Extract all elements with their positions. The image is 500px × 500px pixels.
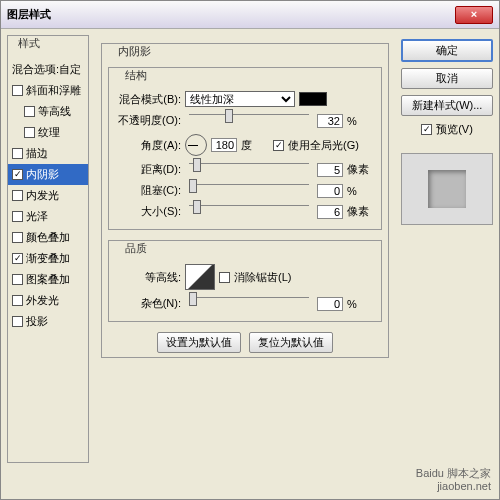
cancel-button[interactable]: 取消 (401, 68, 493, 89)
contour-label: 等高线: (115, 270, 181, 285)
style-item-4[interactable]: 内阴影 (8, 164, 88, 185)
style-label: 光泽 (26, 209, 48, 224)
style-checkbox[interactable] (12, 148, 23, 159)
antialias-label: 消除锯齿(L) (234, 270, 291, 285)
global-light-checkbox[interactable] (273, 140, 284, 151)
close-button[interactable]: × (455, 6, 493, 24)
style-item-1[interactable]: 等高线 (8, 101, 88, 122)
choke-unit: % (347, 185, 375, 197)
distance-value[interactable]: 5 (317, 163, 343, 177)
reset-default-button[interactable]: 复位为默认值 (249, 332, 333, 353)
noise-label: 杂色(N): (115, 296, 181, 311)
style-label: 纹理 (38, 125, 60, 140)
style-item-10[interactable]: 外发光 (8, 290, 88, 311)
noise-unit: % (347, 298, 375, 310)
opacity-value[interactable]: 32 (317, 114, 343, 128)
style-checkbox[interactable] (12, 85, 23, 96)
style-checkbox[interactable] (12, 169, 23, 180)
choke-slider[interactable] (189, 184, 309, 198)
style-label: 外发光 (26, 293, 59, 308)
angle-dial[interactable] (185, 134, 207, 156)
style-label: 投影 (26, 314, 48, 329)
angle-unit: 度 (241, 138, 269, 153)
color-swatch[interactable] (299, 92, 327, 106)
style-label: 斜面和浮雕 (26, 83, 81, 98)
size-unit: 像素 (347, 204, 375, 219)
noise-slider[interactable] (189, 297, 309, 311)
style-item-11[interactable]: 投影 (8, 311, 88, 332)
style-checkbox[interactable] (12, 253, 23, 264)
contour-picker[interactable] (185, 264, 215, 290)
preview-box (401, 153, 493, 225)
size-slider[interactable] (189, 205, 309, 219)
style-label: 内发光 (26, 188, 59, 203)
style-checkbox[interactable] (12, 295, 23, 306)
style-item-0[interactable]: 斜面和浮雕 (8, 80, 88, 101)
style-checkbox[interactable] (12, 316, 23, 327)
style-checkbox[interactable] (12, 190, 23, 201)
distance-slider[interactable] (189, 163, 309, 177)
window-title: 图层样式 (7, 7, 51, 22)
structure-title: 结构 (121, 68, 151, 83)
watermark: Baidu 脚本之家jiaoben.net (416, 467, 491, 493)
ok-button[interactable]: 确定 (401, 39, 493, 62)
choke-value[interactable]: 0 (317, 184, 343, 198)
style-item-3[interactable]: 描边 (8, 143, 88, 164)
section-title: 内阴影 (114, 44, 155, 59)
style-item-2[interactable]: 纹理 (8, 122, 88, 143)
new-style-button[interactable]: 新建样式(W)... (401, 95, 493, 116)
style-checkbox[interactable] (24, 127, 35, 138)
style-checkbox[interactable] (24, 106, 35, 117)
style-label: 等高线 (38, 104, 71, 119)
global-light-label: 使用全局光(G) (288, 138, 359, 153)
style-label: 渐变叠加 (26, 251, 70, 266)
style-checkbox[interactable] (12, 274, 23, 285)
noise-value[interactable]: 0 (317, 297, 343, 311)
size-label: 大小(S): (115, 204, 181, 219)
style-label: 描边 (26, 146, 48, 161)
style-label: 内阴影 (26, 167, 59, 182)
style-item-7[interactable]: 颜色叠加 (8, 227, 88, 248)
opacity-label: 不透明度(O): (115, 113, 181, 128)
opacity-unit: % (347, 115, 375, 127)
distance-label: 距离(D): (115, 162, 181, 177)
antialias-checkbox[interactable] (219, 272, 230, 283)
angle-label: 角度(A): (115, 138, 181, 153)
style-item-8[interactable]: 渐变叠加 (8, 248, 88, 269)
distance-unit: 像素 (347, 162, 375, 177)
angle-value[interactable]: 180 (211, 138, 237, 152)
style-checkbox[interactable] (12, 211, 23, 222)
style-label: 颜色叠加 (26, 230, 70, 245)
styles-header: 样式 (14, 36, 44, 51)
preview-checkbox[interactable] (421, 124, 432, 135)
size-value[interactable]: 6 (317, 205, 343, 219)
style-item-5[interactable]: 内发光 (8, 185, 88, 206)
blend-mode-label: 混合模式(B): (115, 92, 181, 107)
blend-mode-select[interactable]: 线性加深 (185, 91, 295, 107)
blend-options[interactable]: 混合选项:自定 (8, 59, 88, 80)
opacity-slider[interactable] (189, 114, 309, 128)
style-item-9[interactable]: 图案叠加 (8, 269, 88, 290)
style-label: 图案叠加 (26, 272, 70, 287)
set-default-button[interactable]: 设置为默认值 (157, 332, 241, 353)
style-item-6[interactable]: 光泽 (8, 206, 88, 227)
choke-label: 阻塞(C): (115, 183, 181, 198)
quality-title: 品质 (121, 241, 151, 256)
preview-label: 预览(V) (436, 122, 473, 137)
style-checkbox[interactable] (12, 232, 23, 243)
